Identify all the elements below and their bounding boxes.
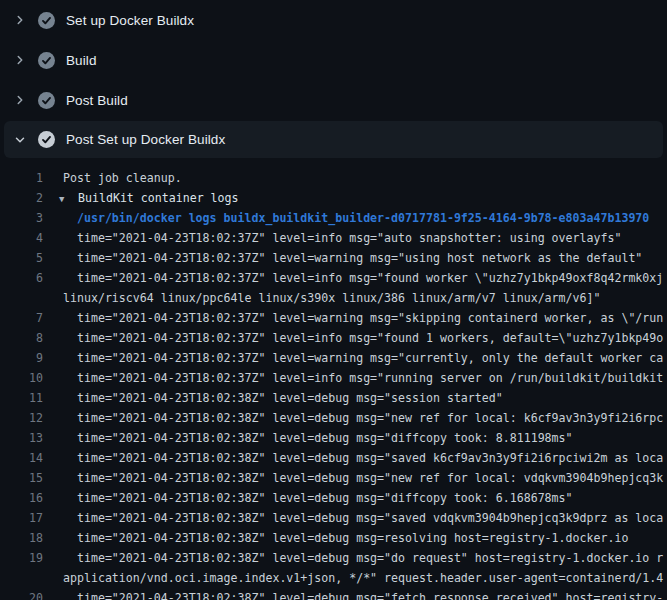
line-number[interactable]: 18 [0,528,43,548]
group-collapse-icon[interactable]: ▼ [59,189,78,209]
log-text: time="2021-04-23T18:02:38Z" level=debug … [43,428,573,448]
chevron-right-icon[interactable] [13,93,27,107]
line-number[interactable]: 7 [0,308,43,328]
step-label: Post Build [66,93,128,108]
log-line: application/vnd.oci.image.index.v1+json,… [0,568,667,588]
line-number [0,288,43,308]
group-title: BuildKit container logs [78,191,239,205]
log-line: 15 time="2021-04-23T18:02:38Z" level=deb… [0,468,667,488]
log-line: 6 time="2021-04-23T18:02:37Z" level=info… [0,268,667,288]
line-number[interactable]: 15 [0,468,43,488]
check-circle-icon [38,131,55,148]
log-text: time="2021-04-23T18:02:38Z" level=debug … [43,588,663,600]
log-line: 4 time="2021-04-23T18:02:37Z" level=info… [0,228,667,248]
line-number[interactable]: 1 [0,168,43,188]
log-line: 11 time="2021-04-23T18:02:38Z" level=deb… [0,388,667,408]
step-label: Set up Docker Buildx [66,13,194,28]
line-number[interactable]: 6 [0,268,43,288]
log-line: 10 time="2021-04-23T18:02:37Z" level=inf… [0,368,667,388]
log-text: time="2021-04-23T18:02:38Z" level=debug … [43,548,663,568]
line-number[interactable]: 17 [0,508,43,528]
steps-list: Set up Docker BuildxBuildPost BuildPost … [0,0,667,600]
step-label: Build [66,53,97,68]
log-line: 9 time="2021-04-23T18:02:37Z" level=warn… [0,348,667,368]
log-line: 16 time="2021-04-23T18:02:38Z" level=deb… [0,488,667,508]
chevron-down-icon[interactable] [13,133,27,147]
log-line: 3 /usr/bin/docker logs buildx_buildkit_b… [0,208,667,228]
log-line: 20 time="2021-04-23T18:02:38Z" level=deb… [0,588,667,600]
chevron-right-icon[interactable] [13,53,27,67]
line-number[interactable]: 2 [0,188,43,208]
log-output: 1Post job cleanup.2▼BuildKit container l… [0,160,667,600]
log-text: time="2021-04-23T18:02:38Z" level=debug … [43,448,663,468]
log-text: time="2021-04-23T18:02:38Z" level=debug … [43,488,573,508]
line-number[interactable]: 14 [0,448,43,468]
line-number[interactable]: 16 [0,488,43,508]
log-line: 7 time="2021-04-23T18:02:37Z" level=warn… [0,308,667,328]
chevron-right-icon[interactable] [13,13,27,27]
check-circle-icon [38,52,55,69]
log-text: time="2021-04-23T18:02:37Z" level=warnin… [43,308,663,328]
log-text: time="2021-04-23T18:02:38Z" level=debug … [43,508,663,528]
check-circle-icon [38,12,55,29]
line-number[interactable]: 20 [0,588,43,600]
log-text[interactable]: ▼BuildKit container logs [43,188,239,208]
log-text: /usr/bin/docker logs buildx_buildkit_bui… [43,208,649,228]
log-text: Post job cleanup. [43,168,182,188]
log-text: linux/riscv64 linux/ppc64le linux/s390x … [43,288,600,308]
log-text: time="2021-04-23T18:02:37Z" level=info m… [43,228,621,248]
log-line: 1Post job cleanup. [0,168,667,188]
log-line: linux/riscv64 linux/ppc64le linux/s390x … [0,288,667,308]
log-line: 17 time="2021-04-23T18:02:38Z" level=deb… [0,508,667,528]
line-number[interactable]: 5 [0,248,43,268]
log-line: 2▼BuildKit container logs [0,188,667,208]
line-number[interactable]: 4 [0,228,43,248]
log-text: time="2021-04-23T18:02:37Z" level=warnin… [43,248,642,268]
log-text: application/vnd.oci.image.index.v1+json,… [43,568,663,588]
log-text: time="2021-04-23T18:02:37Z" level=warnin… [43,348,663,368]
line-number[interactable]: 9 [0,348,43,368]
line-number[interactable]: 12 [0,408,43,428]
log-text: time="2021-04-23T18:02:37Z" level=info m… [43,328,663,348]
log-text: time="2021-04-23T18:02:38Z" level=debug … [43,408,663,428]
log-text: time="2021-04-23T18:02:38Z" level=debug … [43,388,503,408]
step-header-build[interactable]: Build [0,40,667,80]
check-circle-icon [38,92,55,109]
step-header-post-set-up-docker-buildx[interactable]: Post Set up Docker Buildx [4,121,663,158]
step-label: Post Set up Docker Buildx [66,132,225,147]
log-line: 13 time="2021-04-23T18:02:38Z" level=deb… [0,428,667,448]
log-text: time="2021-04-23T18:02:38Z" level=debug … [43,468,663,488]
line-number [0,568,43,588]
log-line: 14 time="2021-04-23T18:02:38Z" level=deb… [0,448,667,468]
log-line: 12 time="2021-04-23T18:02:38Z" level=deb… [0,408,667,428]
line-number[interactable]: 19 [0,548,43,568]
log-text: time="2021-04-23T18:02:37Z" level=info m… [43,368,663,388]
line-number[interactable]: 8 [0,328,43,348]
line-number[interactable]: 13 [0,428,43,448]
step-header-post-build[interactable]: Post Build [0,80,667,120]
log-text: time="2021-04-23T18:02:38Z" level=debug … [43,528,628,548]
log-line: 5 time="2021-04-23T18:02:37Z" level=warn… [0,248,667,268]
workflow-job-log-panel: Set up Docker BuildxBuildPost BuildPost … [0,0,667,600]
line-number[interactable]: 10 [0,368,43,388]
log-line: 8 time="2021-04-23T18:02:37Z" level=info… [0,328,667,348]
step-header-set-up-docker-buildx[interactable]: Set up Docker Buildx [0,0,667,40]
log-line: 18 time="2021-04-23T18:02:38Z" level=deb… [0,528,667,548]
line-number[interactable]: 3 [0,208,43,228]
line-number[interactable]: 11 [0,388,43,408]
log-line: 19 time="2021-04-23T18:02:38Z" level=deb… [0,548,667,568]
log-text: time="2021-04-23T18:02:37Z" level=info m… [43,268,663,288]
